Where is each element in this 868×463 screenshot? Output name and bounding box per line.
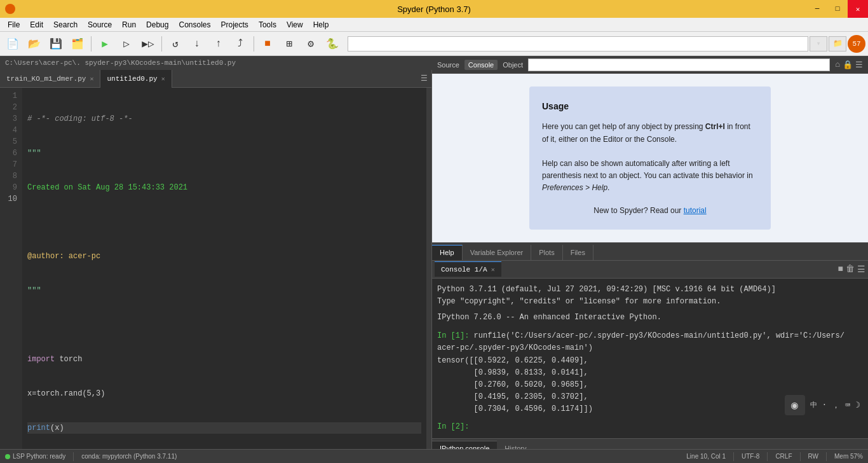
- open-file-button[interactable]: 📂: [24, 34, 44, 53]
- conda-button[interactable]: 🐍: [322, 34, 342, 53]
- console-menu-icon[interactable]: ☰: [857, 264, 865, 275]
- editor-tab-1[interactable]: untitled0.py ✕: [100, 70, 172, 88]
- punctuation-icon[interactable]: ·: [822, 400, 827, 410]
- toolbar: 📄 📂 💾 🗂️ ▶ ▷ ▶▷ ↺ ↓ ↑ ⤴ ■ ⊞ ⚙ 🐍 C:\Users…: [0, 32, 868, 56]
- line-num-6: 6: [0, 148, 17, 159]
- menu-run[interactable]: Run: [117, 18, 141, 32]
- editor-tab-0-close[interactable]: ✕: [90, 75, 93, 83]
- line-num-3: 3: [0, 113, 17, 125]
- menu-debug[interactable]: Debug: [141, 18, 173, 32]
- line-num-4: 4: [0, 125, 17, 136]
- menu-help[interactable]: Help: [308, 18, 334, 32]
- keyboard-icon[interactable]: ⌨: [845, 400, 850, 410]
- logo-icon[interactable]: ◉: [785, 395, 805, 415]
- vertical-scrollbar[interactable]: [426, 88, 431, 449]
- variable-explorer-tab[interactable]: Variable Explorer: [463, 245, 532, 260]
- open-dir-button[interactable]: 📁: [829, 36, 846, 52]
- console-prompt-2: In [2]:: [437, 421, 863, 433]
- console-stop-icon[interactable]: ■: [838, 264, 843, 275]
- titlebar: Spyder (Python 3.7) ─ □ ✕: [0, 0, 868, 18]
- history-tab[interactable]: History: [497, 441, 534, 449]
- code-editor[interactable]: 1 2 3 4 5 6 7 8 9 10 # -*- coding: utf-8…: [0, 88, 431, 449]
- object-label: Object: [503, 61, 523, 69]
- menu-search[interactable]: Search: [48, 18, 83, 32]
- new-file-button[interactable]: 📄: [3, 34, 23, 53]
- editor-tab-0-label: train_KO_m1_dmer.py: [6, 75, 86, 83]
- lock-icon[interactable]: 🔒: [843, 60, 853, 70]
- browse-button[interactable]: ▾: [810, 36, 827, 52]
- close-button[interactable]: ✕: [848, 0, 868, 18]
- console-trash-icon[interactable]: 🗑: [846, 264, 855, 275]
- run-cell-button[interactable]: ▷: [116, 34, 137, 53]
- path-input[interactable]: C:\Users\acer-pc\. spyder-py3\KOcodes-ma…: [348, 36, 808, 52]
- editor-tabs: train_KO_m1_dmer.py ✕ untitled0.py ✕ ☰: [0, 70, 431, 88]
- conda-label: conda: mypytorch (Python 3.7.11): [81, 453, 177, 460]
- console-tab-close[interactable]: ✕: [491, 266, 495, 273]
- menu-tools[interactable]: Tools: [254, 18, 281, 32]
- line-num-7: 7: [0, 159, 17, 170]
- step-into-button[interactable]: ↑: [208, 34, 229, 53]
- code-line-9: x=torch.rand(5,3): [27, 388, 421, 399]
- line-num-10: 10: [0, 193, 17, 205]
- home-icon[interactable]: ⌂: [835, 60, 840, 70]
- help-tab[interactable]: Help: [432, 245, 463, 260]
- minimize-button[interactable]: ─: [807, 0, 827, 18]
- debug-button[interactable]: ↺: [165, 34, 186, 53]
- tab-menu-button[interactable]: ☰: [416, 70, 431, 88]
- lsp-label: LSP Python: ready: [13, 453, 65, 460]
- console-1a-tab[interactable]: Console 1/A ✕: [435, 261, 501, 277]
- mem-label: Mem 57%: [834, 453, 863, 460]
- editor-tab-1-close[interactable]: ✕: [161, 75, 165, 83]
- sb-sep-1: [73, 452, 74, 461]
- console-tab[interactable]: Console: [465, 60, 498, 70]
- run-button[interactable]: ▶: [95, 34, 115, 53]
- lsp-status: LSP Python: ready: [5, 453, 65, 460]
- usage-paragraph-2: Help can also be shown automatically aft…: [542, 158, 758, 195]
- step-out-button[interactable]: ⤴: [230, 34, 250, 53]
- step-button[interactable]: ↓: [187, 34, 207, 53]
- fullwidth-icon[interactable]: ，: [832, 399, 840, 411]
- maximize-button[interactable]: □: [827, 0, 848, 18]
- chinese-icon[interactable]: 中: [810, 400, 817, 410]
- maximizer-button[interactable]: ⊞: [279, 34, 299, 53]
- breadcrumb: C:\Users\acer-pc\. spyder-py3\KOcodes-ma…: [0, 56, 432, 70]
- settings-button[interactable]: ⚙: [301, 34, 321, 53]
- save-button[interactable]: 💾: [46, 34, 66, 53]
- code-content[interactable]: # -*- coding: utf-8 -*- """ Created on S…: [22, 88, 426, 449]
- user-button[interactable]: 57: [848, 35, 865, 53]
- stop-button[interactable]: ■: [257, 34, 278, 53]
- help-menu-icon[interactable]: ☰: [855, 60, 863, 70]
- menu-projects[interactable]: Projects: [216, 18, 254, 32]
- moon-icon[interactable]: ☽: [855, 400, 860, 410]
- plots-tab[interactable]: Plots: [531, 245, 562, 260]
- object-input[interactable]: [528, 59, 830, 71]
- line-num-9: 9: [0, 182, 17, 193]
- menu-source[interactable]: Source: [83, 18, 117, 32]
- save-all-button[interactable]: 🗂️: [67, 34, 88, 53]
- usage-paragraph-1: Here you can get help of any object by p…: [542, 121, 758, 145]
- menu-file[interactable]: File: [3, 18, 25, 32]
- console-icons: ■ 🗑 ☰: [838, 264, 865, 275]
- sb-sep-5: [826, 452, 827, 461]
- console-run-line: In [1]: runfile('C:/Users/acer-pc/.spyde…: [437, 330, 863, 342]
- floating-icons: ◉ 中 · ， ⌨ ☽: [785, 395, 860, 415]
- code-line-8: import torch: [27, 354, 421, 365]
- usage-new-to: New to Spyder? Read our tutorial: [542, 205, 758, 217]
- menu-view[interactable]: View: [281, 18, 308, 32]
- run-cell-advance-button[interactable]: ▶▷: [138, 34, 158, 53]
- toolbar-separator-3: [254, 36, 254, 52]
- files-tab[interactable]: Files: [563, 245, 593, 260]
- sb-sep-2: [733, 452, 734, 461]
- editor-tab-0[interactable]: train_KO_m1_dmer.py ✕: [0, 70, 100, 88]
- tutorial-link[interactable]: tutorial: [684, 206, 707, 215]
- line-num-8: 8: [0, 170, 17, 182]
- menu-edit[interactable]: Edit: [25, 18, 48, 32]
- console-tab-label: Console 1/A: [441, 266, 487, 273]
- breadcrumb-path: C:\Users\acer-pc\. spyder-py3\KOcodes-ma…: [5, 59, 236, 67]
- menu-consoles[interactable]: Consoles: [173, 18, 215, 32]
- ipython-console-tab[interactable]: IPython console: [432, 441, 497, 449]
- statusbar: LSP Python: ready conda: mypytorch (Pyth…: [0, 449, 868, 463]
- line-num-5: 5: [0, 136, 17, 148]
- console-bottom-tabs: IPython console History: [432, 438, 868, 449]
- help-content: Usage Here you can get help of any objec…: [432, 74, 868, 242]
